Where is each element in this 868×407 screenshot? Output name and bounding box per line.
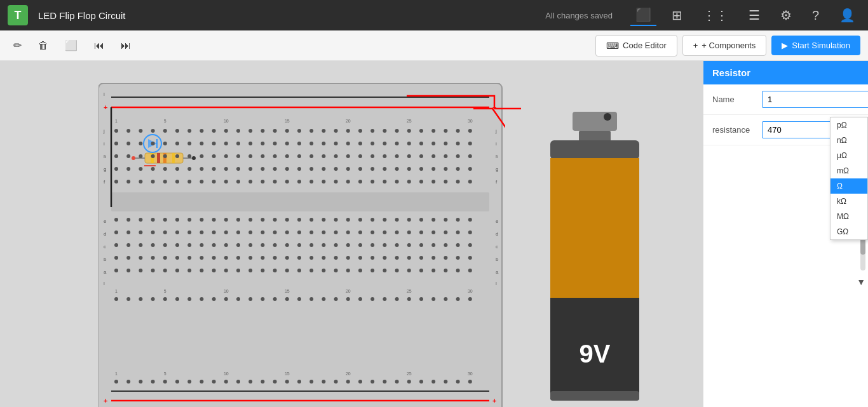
svg-point-142 [297,154,301,158]
svg-point-374 [200,297,203,301]
unit-option-pO[interactable]: pΩ [831,117,867,133]
svg-point-245 [456,218,460,222]
svg-point-111 [285,142,289,145]
svg-point-98 [126,142,130,145]
start-simulation-button[interactable]: ▶ Start Simulation [771,36,860,55]
name-input[interactable] [762,91,868,108]
svg-point-169 [261,167,264,171]
redo-tool[interactable]: ⏭ [115,36,137,56]
svg-point-107 [236,142,240,145]
svg-point-360 [395,269,399,272]
resistance-label: resistance [712,125,757,135]
svg-point-419 [383,380,386,384]
svg-point-233 [309,218,313,222]
draw-tool[interactable]: ✏ [8,35,27,56]
svg-point-122 [419,142,423,145]
svg-text:20: 20 [346,371,351,376]
svg-point-92 [419,129,423,133]
svg-point-210 [395,180,399,183]
svg-point-367 [114,297,118,301]
svg-point-143 [309,154,313,158]
undo-tool[interactable]: ⏮ [88,36,110,56]
svg-point-70 [151,129,155,133]
svg-point-84 [322,129,325,133]
components-button[interactable]: + + Components [682,35,767,56]
unit-option-kO[interactable]: kΩ [831,194,867,209]
svg-point-369 [139,297,142,301]
svg-point-270 [395,230,399,234]
unit-option-GO[interactable]: GΩ [831,224,867,239]
svg-point-375 [212,297,216,301]
svg-point-225 [212,218,216,222]
svg-point-201 [285,180,289,183]
svg-text:10: 10 [224,289,229,293]
svg-point-222 [175,218,179,222]
topbar-icon-bom[interactable]: ☰ [743,5,765,25]
topbar-icon-schematic[interactable]: ⊞ [667,5,688,25]
app-icon: T [8,5,28,25]
svg-point-196 [224,180,228,183]
svg-point-392 [419,297,423,301]
svg-point-341 [163,269,167,272]
unit-dropdown[interactable]: pΩ nΩ μΩ mΩ Ω kΩ MΩ GΩ [830,117,868,240]
svg-point-314 [200,256,203,260]
svg-point-305 [456,243,460,247]
select-tool[interactable]: ⬜ [59,35,83,56]
topbar-icon-settings[interactable]: ⚙ [775,5,797,25]
topbar-icon-help[interactable]: ? [807,6,824,25]
svg-point-124 [444,142,447,145]
svg-point-236 [346,218,350,222]
svg-text:30: 30 [468,289,473,293]
panel-header: Resistor [703,61,868,84]
topbar-icon-pcb[interactable]: ⋮⋮ [698,5,733,25]
svg-point-370 [151,297,155,301]
svg-point-434 [604,113,611,121]
svg-rect-429 [550,140,639,159]
topbar-icon-avatar[interactable]: 👤 [834,5,860,25]
canvas-area[interactable]: + + l j j i i h h g g f f e [0,61,703,407]
svg-point-115 [334,142,338,145]
delete-tool[interactable]: 🗑 [32,36,54,56]
svg-point-211 [407,180,411,183]
svg-point-87 [358,129,362,133]
svg-point-359 [383,269,386,272]
svg-text:e: e [496,218,499,224]
svg-point-378 [248,297,252,301]
svg-point-218 [126,218,130,222]
code-editor-button[interactable]: ⌨ Code Editor [595,35,677,57]
svg-point-294 [322,243,325,247]
svg-point-312 [175,256,179,260]
svg-point-324 [322,256,325,260]
scroll-down-arrow[interactable]: ▼ [857,277,865,287]
svg-point-353 [309,269,313,272]
svg-point-85 [334,129,338,133]
svg-point-101 [163,142,167,145]
svg-point-266 [346,230,350,234]
svg-point-240 [395,218,399,222]
svg-point-297 [358,243,362,247]
right-panel: Resistor Name resistance Ω ▼ pΩ nΩ μΩ mΩ… [703,61,868,407]
svg-point-395 [456,297,460,301]
svg-point-158 [126,167,130,171]
svg-point-373 [187,297,191,301]
svg-text:9V: 9V [580,340,611,368]
svg-point-340 [151,269,155,272]
unit-option-O[interactable]: Ω [831,178,867,194]
svg-point-171 [285,167,289,171]
unit-option-MO[interactable]: MΩ [831,209,867,224]
svg-point-100 [151,142,155,145]
svg-point-306 [468,243,472,247]
svg-point-209 [383,180,386,183]
svg-point-332 [419,256,423,260]
svg-point-259 [261,230,264,234]
svg-text:1: 1 [115,289,118,293]
svg-point-41 [192,156,196,160]
svg-point-231 [285,218,289,222]
svg-point-298 [370,243,374,247]
unit-option-nO[interactable]: nΩ [831,133,867,148]
svg-point-296 [346,243,350,247]
unit-option-uO[interactable]: μΩ [831,148,867,163]
topbar-icon-simulate[interactable]: ⬛ [630,4,656,26]
svg-point-76 [224,129,228,133]
unit-option-mO[interactable]: mΩ [831,163,867,178]
